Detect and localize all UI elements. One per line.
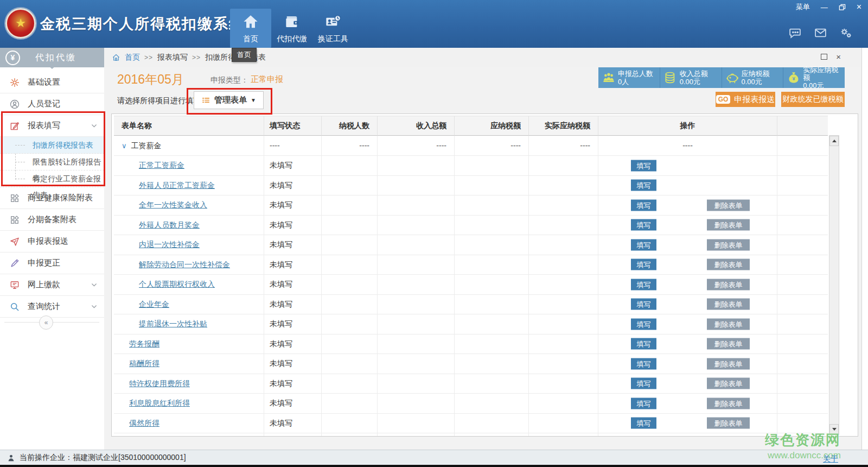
sidebar-item-2[interactable]: 报表填写 [0, 115, 104, 137]
paid-tax-label: 财政统发已缴税额 [783, 94, 844, 104]
table-row: 劳务报酬未填写填写删除表单 [114, 335, 828, 355]
sidebar-subitem-1[interactable]: 限售股转让所得报告表 [0, 154, 104, 171]
fill-button[interactable]: 填写 [631, 259, 656, 270]
close-icon[interactable]: × [857, 2, 861, 12]
delete-form-button[interactable]: 删除表单 [707, 418, 750, 429]
minimize-icon[interactable]: — [821, 3, 828, 11]
sidebar-item-8[interactable]: 查询统计 [0, 296, 104, 318]
submit-declaration-label: 申报表报送 [734, 94, 775, 105]
delete-form-button[interactable]: 删除表单 [707, 239, 750, 250]
form-link[interactable]: 偶然所得 [129, 419, 159, 427]
form-link[interactable]: 提前退休一次性补贴 [139, 319, 207, 328]
form-link[interactable]: 企业年金 [139, 300, 169, 308]
form-link[interactable]: 劳务报酬 [129, 339, 159, 348]
form-link[interactable]: 正常工资薪金 [139, 161, 184, 169]
yen-circle-icon: ¥ [5, 51, 20, 65]
fill-button[interactable]: 填写 [631, 199, 656, 211]
collapse-sidebar-button[interactable]: « [39, 315, 53, 330]
inner-window-controls: × [821, 53, 841, 61]
sidebar-item-4[interactable]: 分期备案附表 [0, 209, 104, 231]
mail-icon[interactable] [814, 26, 827, 40]
delete-form-button[interactable]: 删除表单 [707, 338, 750, 350]
stat-label: 实际应纳税额 [803, 66, 845, 81]
fill-status: 未填写 [270, 181, 292, 190]
chevron-down-icon [91, 303, 98, 310]
delete-form-button[interactable]: 删除表单 [707, 397, 750, 409]
form-link[interactable]: 利息股息红利所得 [129, 399, 190, 407]
coins-icon [663, 71, 678, 85]
delete-form-button[interactable]: 删除表单 [707, 259, 750, 270]
table-row: 个人股票期权行权收入未填写填写删除表单 [114, 275, 828, 295]
sidebar-submenu: 扣缴所得税报告表限售股转让所得报告表特定行业工资薪金报告表 [0, 137, 104, 187]
form-link[interactable]: 外籍人员数月奖金 [139, 220, 200, 229]
fill-button[interactable]: 填写 [631, 219, 656, 231]
fill-button[interactable]: 填写 [631, 338, 656, 350]
sidebar: ¥ 代扣代缴 基础设置人员登记报表填写扣缴所得税报告表限售股转让所得报告表特定行… [0, 48, 105, 450]
delete-form-button[interactable]: 删除表单 [707, 318, 750, 330]
table-row: 偶然所得未填写填写删除表单 [114, 414, 828, 434]
fill-button[interactable]: 填写 [631, 299, 656, 310]
submit-declaration-button[interactable]: GO 申报表报送 [716, 92, 775, 107]
delete-form-button[interactable]: 删除表单 [707, 199, 750, 211]
inner-close-icon[interactable]: × [836, 53, 841, 61]
window-menu-button[interactable]: 菜单 [796, 2, 810, 12]
collapse-group-icon[interactable]: ∨ [122, 142, 127, 150]
sidebar-subitem-0[interactable]: 扣缴所得税报告表 [0, 137, 104, 154]
breadcrumb-item-0[interactable]: 首页 [125, 53, 140, 62]
vertical-scrollbar[interactable] [829, 135, 839, 435]
form-link[interactable]: 外籍人员正常工资薪金 [139, 181, 215, 190]
fill-button[interactable]: 填写 [631, 378, 656, 389]
sidebar-item-label: 申报更正 [28, 258, 60, 268]
sidebar-item-label: 网上缴款 [28, 280, 60, 290]
nav-item-2[interactable]: 换证工具 [312, 9, 354, 48]
sidebar-item-5[interactable]: 申报表报送 [0, 231, 104, 253]
stat-text: 申报总人数0人 [618, 70, 653, 86]
sidebar-subitem-2[interactable]: 特定行业工资薪金报告表 [0, 171, 104, 187]
stats-bar: 申报总人数0人收入总额0.00元应纳税额0.00元¥实际应纳税额0.00元 [598, 67, 845, 88]
fill-button[interactable]: 填写 [631, 358, 656, 369]
form-link[interactable]: 特许权使用费所得 [129, 379, 190, 388]
about-link[interactable]: 关于 [823, 455, 838, 464]
restore-icon[interactable] [839, 4, 846, 11]
table-row: 特许权使用费所得未填写填写删除表单 [114, 374, 828, 394]
stat-label: 收入总额 [680, 70, 708, 78]
form-link[interactable]: 稿酬所得 [129, 359, 159, 368]
grid-icon [9, 192, 21, 204]
breadcrumb-item-1[interactable]: 报表填写 [157, 53, 188, 62]
manage-forms-button[interactable]: 管理表单 ▼ [194, 91, 264, 109]
stat-value: 0.00元 [742, 78, 770, 86]
fill-button[interactable]: 填写 [631, 397, 656, 409]
sidebar-item-1[interactable]: 人员登记 [0, 93, 104, 115]
delete-form-button[interactable]: 删除表单 [707, 299, 750, 310]
fill-button[interactable]: 填写 [631, 279, 656, 290]
fill-status: 未填写 [270, 319, 292, 328]
delete-form-button[interactable]: 删除表单 [707, 358, 750, 369]
scroll-down-icon[interactable] [829, 424, 839, 434]
fill-button[interactable]: 填写 [631, 239, 656, 250]
fill-button[interactable]: 填写 [631, 180, 656, 191]
form-link[interactable]: 解除劳动合同一次性补偿金 [139, 260, 230, 269]
sidebar-item-7[interactable]: 网上缴款 [0, 274, 104, 296]
form-link[interactable]: 内退一次性补偿金 [139, 240, 200, 249]
delete-form-button[interactable]: 删除表单 [707, 219, 750, 231]
sidebar-item-3[interactable]: 商业健康保险附表 [0, 187, 104, 209]
delete-form-button[interactable]: 删除表单 [707, 378, 750, 389]
form-link[interactable]: 个人股票期权行权收入 [139, 280, 215, 288]
sidebar-item-0[interactable]: 基础设置 [0, 72, 104, 93]
paid-tax-button[interactable]: 财政统发已缴税额 [781, 92, 845, 107]
delete-form-button[interactable]: 删除表单 [707, 279, 750, 290]
table-row: 外籍人员数月奖金未填写填写删除表单 [114, 216, 828, 236]
fill-button[interactable]: 填写 [631, 418, 656, 429]
nav-item-1[interactable]: 代扣代缴 [271, 9, 312, 48]
inner-maximize-icon[interactable] [821, 54, 827, 60]
settings-gears-icon[interactable] [839, 26, 853, 40]
scroll-up-icon[interactable] [829, 136, 839, 146]
message-icon[interactable] [788, 26, 802, 40]
nav-item-0[interactable]: 首页 [230, 9, 271, 48]
sidebar-item-6[interactable]: 申报更正 [0, 253, 104, 274]
fill-button[interactable]: 填写 [631, 318, 656, 330]
table-row: 正常工资薪金未填写填写 [114, 156, 828, 176]
fill-button[interactable]: 填写 [631, 160, 656, 171]
form-link[interactable]: 全年一次性奖金收入 [139, 200, 207, 209]
status-bar: 当前操作企业：福建测试企业[350100000000001] [0, 450, 868, 465]
